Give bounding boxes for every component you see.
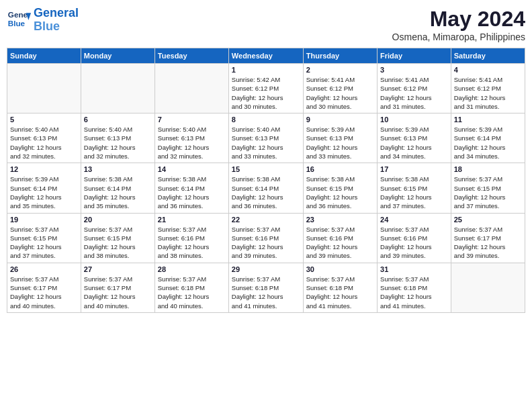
day-info: Sunrise: 5:39 AM Sunset: 6:13 PM Dayligh… <box>306 125 374 161</box>
calendar-week-row: 5Sunrise: 5:40 AM Sunset: 6:13 PM Daylig… <box>7 113 525 163</box>
calendar-day-header: Friday <box>378 48 451 64</box>
day-info: Sunrise: 5:37 AM Sunset: 6:16 PM Dayligh… <box>380 225 448 261</box>
day-info: Sunrise: 5:37 AM Sunset: 6:15 PM Dayligh… <box>84 225 152 261</box>
day-number: 7 <box>158 116 226 124</box>
calendar-day-header: Sunday <box>7 48 81 64</box>
day-info: Sunrise: 5:39 AM Sunset: 6:14 PM Dayligh… <box>454 125 522 161</box>
calendar-cell: 27Sunrise: 5:37 AM Sunset: 6:17 PM Dayli… <box>81 263 154 312</box>
calendar-cell: 10Sunrise: 5:39 AM Sunset: 6:13 PM Dayli… <box>378 113 451 163</box>
calendar-cell <box>81 64 154 113</box>
calendar-cell: 9Sunrise: 5:39 AM Sunset: 6:13 PM Daylig… <box>303 113 377 163</box>
calendar-table: SundayMondayTuesdayWednesdayThursdayFrid… <box>7 48 525 313</box>
day-info: Sunrise: 5:38 AM Sunset: 6:14 PM Dayligh… <box>232 175 300 210</box>
day-info: Sunrise: 5:37 AM Sunset: 6:18 PM Dayligh… <box>232 275 300 310</box>
calendar-cell: 22Sunrise: 5:37 AM Sunset: 6:16 PM Dayli… <box>228 213 303 263</box>
calendar-day-header: Thursday <box>303 48 377 64</box>
calendar-cell: 15Sunrise: 5:38 AM Sunset: 6:14 PM Dayli… <box>228 163 303 213</box>
day-info: Sunrise: 5:41 AM Sunset: 6:12 PM Dayligh… <box>454 75 522 111</box>
title-area: May 2024 Osmena, Mimaropa, Philippines <box>392 7 525 42</box>
day-number: 6 <box>84 116 152 124</box>
day-number: 10 <box>380 116 448 124</box>
calendar-cell: 2Sunrise: 5:41 AM Sunset: 6:12 PM Daylig… <box>303 64 377 113</box>
day-info: Sunrise: 5:39 AM Sunset: 6:14 PM Dayligh… <box>10 175 78 210</box>
calendar-cell: 13Sunrise: 5:38 AM Sunset: 6:14 PM Dayli… <box>81 163 154 213</box>
day-number: 15 <box>232 165 300 173</box>
day-info: Sunrise: 5:37 AM Sunset: 6:18 PM Dayligh… <box>380 275 448 310</box>
day-number: 29 <box>232 265 300 273</box>
calendar-cell: 19Sunrise: 5:37 AM Sunset: 6:15 PM Dayli… <box>7 213 81 263</box>
logo-icon: General Blue <box>7 8 31 32</box>
calendar-cell <box>154 64 228 113</box>
day-number: 9 <box>306 116 374 124</box>
day-info: Sunrise: 5:38 AM Sunset: 6:14 PM Dayligh… <box>84 175 152 210</box>
calendar-day-header: Tuesday <box>154 48 228 64</box>
day-number: 16 <box>306 165 374 173</box>
day-number: 14 <box>158 165 226 173</box>
day-info: Sunrise: 5:40 AM Sunset: 6:13 PM Dayligh… <box>84 125 152 161</box>
day-info: Sunrise: 5:42 AM Sunset: 6:12 PM Dayligh… <box>232 75 300 111</box>
day-number: 24 <box>380 216 448 224</box>
calendar-day-header: Wednesday <box>228 48 303 64</box>
day-number: 1 <box>232 66 300 74</box>
calendar-cell: 7Sunrise: 5:40 AM Sunset: 6:13 PM Daylig… <box>154 113 228 163</box>
calendar-cell: 18Sunrise: 5:37 AM Sunset: 6:15 PM Dayli… <box>451 163 525 213</box>
calendar-cell: 1Sunrise: 5:42 AM Sunset: 6:12 PM Daylig… <box>228 64 303 113</box>
day-info: Sunrise: 5:37 AM Sunset: 6:16 PM Dayligh… <box>158 225 226 261</box>
calendar-cell: 8Sunrise: 5:40 AM Sunset: 6:13 PM Daylig… <box>228 113 303 163</box>
day-info: Sunrise: 5:37 AM Sunset: 6:18 PM Dayligh… <box>306 275 374 310</box>
calendar-cell: 6Sunrise: 5:40 AM Sunset: 6:13 PM Daylig… <box>81 113 154 163</box>
calendar-week-row: 1Sunrise: 5:42 AM Sunset: 6:12 PM Daylig… <box>7 64 525 113</box>
day-number: 4 <box>454 66 522 74</box>
calendar-cell: 28Sunrise: 5:37 AM Sunset: 6:18 PM Dayli… <box>154 263 228 312</box>
calendar-cell: 23Sunrise: 5:37 AM Sunset: 6:16 PM Dayli… <box>303 213 377 263</box>
day-info: Sunrise: 5:41 AM Sunset: 6:12 PM Dayligh… <box>380 75 448 111</box>
day-number: 22 <box>232 216 300 224</box>
day-number: 13 <box>84 165 152 173</box>
calendar-header-row: SundayMondayTuesdayWednesdayThursdayFrid… <box>7 48 525 64</box>
day-number: 18 <box>454 165 522 173</box>
day-info: Sunrise: 5:40 AM Sunset: 6:13 PM Dayligh… <box>232 125 300 161</box>
day-number: 28 <box>158 265 226 273</box>
calendar-week-row: 26Sunrise: 5:37 AM Sunset: 6:17 PM Dayli… <box>7 263 525 312</box>
calendar-cell: 30Sunrise: 5:37 AM Sunset: 6:18 PM Dayli… <box>303 263 377 312</box>
day-info: Sunrise: 5:37 AM Sunset: 6:16 PM Dayligh… <box>232 225 300 261</box>
day-number: 12 <box>10 165 78 173</box>
day-info: Sunrise: 5:37 AM Sunset: 6:17 PM Dayligh… <box>84 275 152 310</box>
day-info: Sunrise: 5:37 AM Sunset: 6:16 PM Dayligh… <box>306 225 374 261</box>
day-number: 23 <box>306 216 374 224</box>
calendar-cell: 25Sunrise: 5:37 AM Sunset: 6:17 PM Dayli… <box>451 213 525 263</box>
day-number: 21 <box>158 216 226 224</box>
calendar-cell: 14Sunrise: 5:38 AM Sunset: 6:14 PM Dayli… <box>154 163 228 213</box>
calendar-cell: 12Sunrise: 5:39 AM Sunset: 6:14 PM Dayli… <box>7 163 81 213</box>
day-info: Sunrise: 5:37 AM Sunset: 6:18 PM Dayligh… <box>158 275 226 310</box>
calendar-cell: 31Sunrise: 5:37 AM Sunset: 6:18 PM Dayli… <box>378 263 451 312</box>
calendar-day-header: Saturday <box>451 48 525 64</box>
calendar-cell: 20Sunrise: 5:37 AM Sunset: 6:15 PM Dayli… <box>81 213 154 263</box>
day-number: 27 <box>84 265 152 273</box>
day-number: 8 <box>232 116 300 124</box>
calendar-cell: 11Sunrise: 5:39 AM Sunset: 6:14 PM Dayli… <box>451 113 525 163</box>
day-info: Sunrise: 5:40 AM Sunset: 6:13 PM Dayligh… <box>10 125 78 161</box>
day-number: 31 <box>380 265 448 273</box>
calendar-cell: 26Sunrise: 5:37 AM Sunset: 6:17 PM Dayli… <box>7 263 81 312</box>
calendar-cell: 4Sunrise: 5:41 AM Sunset: 6:12 PM Daylig… <box>451 64 525 113</box>
calendar-cell <box>451 263 525 312</box>
day-info: Sunrise: 5:37 AM Sunset: 6:15 PM Dayligh… <box>454 175 522 210</box>
day-number: 30 <box>306 265 374 273</box>
calendar-cell: 16Sunrise: 5:38 AM Sunset: 6:15 PM Dayli… <box>303 163 377 213</box>
day-info: Sunrise: 5:40 AM Sunset: 6:13 PM Dayligh… <box>158 125 226 161</box>
day-number: 17 <box>380 165 448 173</box>
day-number: 3 <box>380 66 448 74</box>
day-info: Sunrise: 5:38 AM Sunset: 6:14 PM Dayligh… <box>158 175 226 210</box>
calendar-cell: 29Sunrise: 5:37 AM Sunset: 6:18 PM Dayli… <box>228 263 303 312</box>
calendar-cell: 5Sunrise: 5:40 AM Sunset: 6:13 PM Daylig… <box>7 113 81 163</box>
calendar-cell: 24Sunrise: 5:37 AM Sunset: 6:16 PM Dayli… <box>378 213 451 263</box>
day-number: 11 <box>454 116 522 124</box>
day-info: Sunrise: 5:38 AM Sunset: 6:15 PM Dayligh… <box>380 175 448 210</box>
day-number: 20 <box>84 216 152 224</box>
location-title: Osmena, Mimaropa, Philippines <box>392 32 525 42</box>
logo: General Blue GeneralBlue <box>7 7 79 34</box>
day-info: Sunrise: 5:39 AM Sunset: 6:13 PM Dayligh… <box>380 125 448 161</box>
calendar-cell: 3Sunrise: 5:41 AM Sunset: 6:12 PM Daylig… <box>378 64 451 113</box>
logo-text: GeneralBlue <box>34 7 79 34</box>
